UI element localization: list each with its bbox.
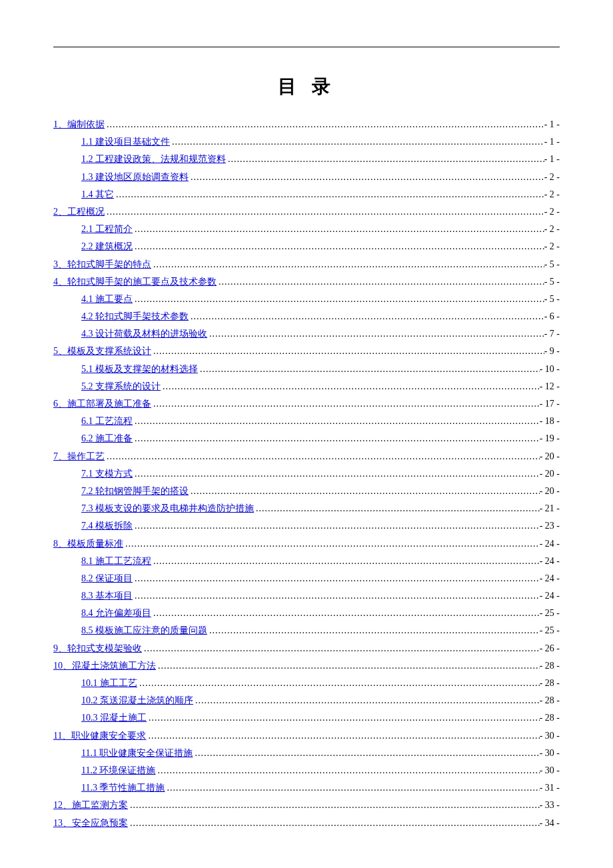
toc-entry: 1、编制依据- 1 - (53, 116, 560, 133)
toc-entry: 6.2 施工准备- 19 - (53, 430, 560, 447)
toc-entry: 5、模板及支撑系统设计- 9 - (53, 343, 560, 359)
toc-leader-dots (165, 779, 539, 796)
toc-leader-dots (207, 325, 544, 342)
toc-link[interactable]: 8.1 施工工艺流程 (81, 553, 151, 569)
toc-link[interactable]: 7.1 支模方式 (81, 465, 133, 482)
toc-link[interactable]: 12、施工监测方案 (53, 797, 128, 813)
toc-page-number: - 18 - (540, 413, 560, 429)
toc-page-number: - 33 - (540, 797, 560, 813)
toc-link[interactable]: 7.4 模板拆除 (81, 517, 133, 534)
toc-entry: 8.4 允许偏差项目- 25 - (53, 605, 560, 621)
toc-link[interactable]: 10.2 泵送混凝土浇筑的顺序 (81, 692, 193, 709)
toc-page-number: - 7 - (544, 325, 560, 342)
toc-link[interactable]: 1.1 建设项目基础文件 (81, 133, 170, 150)
toc-link[interactable]: 5.2 支撑系统的设计 (81, 378, 161, 395)
toc-link[interactable]: 1.3 建设地区原始调查资料 (81, 169, 189, 185)
toc-entry: 4、轮扣式脚手架的施工要点及技术参数- 5 - (53, 273, 560, 290)
toc-entry: 4.2 轮扣式脚手架技术参数- 6 - (53, 308, 560, 325)
toc-entry: 8.3 基本项目- 24 - (53, 587, 560, 604)
toc-page-number: - 19 - (540, 430, 560, 447)
toc-leader-dots (151, 395, 540, 412)
toc-link[interactable]: 5.1 模板及支撑架的材料选择 (81, 361, 198, 377)
toc-entry: 8.1 施工工艺流程- 24 - (53, 553, 560, 569)
toc-entry: 10.2 泵送混凝土浇筑的顺序- 28 - (53, 692, 560, 709)
toc-page-number: - 5 - (544, 291, 560, 307)
toc-leader-dots (114, 186, 544, 203)
toc-link[interactable]: 11.1 职业健康安全保证措施 (81, 745, 193, 761)
toc-entry: 8、模板质量标准- 24 - (53, 535, 560, 552)
toc-page-number: - 24 - (540, 570, 560, 587)
toc-link[interactable]: 6、施工部署及施工准备 (53, 395, 151, 412)
toc-page-number: - 30 - (540, 727, 560, 744)
toc-page-number: - 25 - (540, 605, 560, 621)
toc-page-number: - 24 - (540, 535, 560, 552)
toc-entry: 2.2 建筑概况- 2 - (53, 238, 560, 255)
toc-link[interactable]: 7、操作工艺 (53, 448, 105, 465)
toc-entry: 2.1 工程简介- 2 - (53, 221, 560, 237)
toc-link[interactable]: 10、混凝土浇筑施工方法 (53, 657, 156, 674)
toc-page-number: - 2 - (544, 238, 560, 255)
toc-entry: 12、施工监测方案- 33 - (53, 797, 560, 813)
toc-entry: 1.1 建设项目基础文件- 1 - (53, 133, 560, 150)
toc-leader-dots (147, 709, 540, 726)
toc-link[interactable]: 4.3 设计荷载及材料的进场验收 (81, 325, 207, 342)
toc-leader-dots (207, 622, 540, 639)
toc-page-number: - 20 - (540, 465, 560, 482)
toc-page-number: - 17 - (540, 395, 560, 412)
toc-link[interactable]: 8.2 保证项目 (81, 570, 133, 587)
toc-link[interactable]: 4.2 轮扣式脚手架技术参数 (81, 308, 189, 325)
toc-link[interactable]: 6.1 工艺流程 (81, 413, 133, 429)
toc-link[interactable]: 7.2 轮扣钢管脚手架的搭设 (81, 483, 189, 499)
toc-leader-dots (217, 273, 544, 290)
toc-link[interactable]: 11.2 环境保证措施 (81, 762, 155, 779)
toc-leader-dots (193, 692, 540, 709)
toc-leader-dots (170, 133, 544, 150)
toc-link[interactable]: 13、安全应急预案 (53, 815, 128, 831)
toc-link[interactable]: 8、模板质量标准 (53, 535, 123, 552)
toc-link[interactable]: 8.5 模板施工应注意的质量问题 (81, 622, 207, 639)
page-title: 目 录 (53, 74, 560, 99)
toc-page-number: - 2 - (544, 186, 560, 203)
toc-leader-dots (133, 430, 540, 447)
toc-page-number: - 28 - (540, 657, 560, 674)
toc-page-number: - 26 - (540, 640, 560, 657)
toc-leader-dots (137, 675, 540, 691)
toc-link[interactable]: 9、轮扣式支模架验收 (53, 640, 142, 657)
toc-link[interactable]: 6.2 施工准备 (81, 430, 133, 447)
toc-link[interactable]: 2.2 建筑概况 (81, 238, 133, 255)
toc-link[interactable]: 1.4 其它 (81, 186, 114, 203)
toc-link[interactable]: 2、工程概况 (53, 203, 105, 220)
toc-leader-dots (133, 221, 544, 237)
toc-entry: 3、轮扣式脚手架的特点- 5 - (53, 256, 560, 273)
table-of-contents: 1、编制依据- 1 -1.1 建设项目基础文件- 1 -1.2 工程建设政策、法… (53, 116, 560, 831)
toc-link[interactable]: 8.4 允许偏差项目 (81, 605, 151, 621)
toc-link[interactable]: 8.3 基本项目 (81, 587, 133, 604)
toc-link[interactable]: 10.1 施工工艺 (81, 675, 137, 691)
toc-link[interactable]: 3、轮扣式脚手架的特点 (53, 256, 151, 273)
toc-leader-dots (151, 343, 544, 359)
footer-mark: .. (53, 865, 560, 868)
toc-leader-dots (105, 448, 540, 465)
toc-leader-dots (105, 116, 544, 133)
toc-entry: 9、轮扣式支模架验收- 26 - (53, 640, 560, 657)
toc-link[interactable]: 11.3 季节性施工措施 (81, 779, 165, 796)
toc-link[interactable]: 4.1 施工要点 (81, 291, 133, 307)
toc-page-number: - 25 - (540, 622, 560, 639)
toc-link[interactable]: 1、编制依据 (53, 116, 105, 133)
toc-link[interactable]: 5、模板及支撑系统设计 (53, 343, 151, 359)
toc-page-number: - 31 - (540, 779, 560, 796)
toc-link[interactable]: 4、轮扣式脚手架的施工要点及技术参数 (53, 273, 217, 290)
toc-leader-dots (151, 256, 544, 273)
toc-page-number: - 20 - (540, 483, 560, 499)
toc-entry: 7、操作工艺- 20 - (53, 448, 560, 465)
toc-entry: 4.3 设计荷载及材料的进场验收- 7 - (53, 325, 560, 342)
toc-link[interactable]: 11、职业健康安全要求 (53, 727, 146, 744)
toc-leader-dots (133, 413, 540, 429)
toc-link[interactable]: 7.3 模板支设的要求及电梯井构造防护措施 (81, 500, 254, 517)
toc-link[interactable]: 10.3 混凝土施工 (81, 709, 147, 726)
toc-page-number: - 5 - (544, 273, 560, 290)
toc-leader-dots (151, 553, 540, 569)
toc-leader-dots (128, 797, 540, 813)
toc-link[interactable]: 2.1 工程简介 (81, 221, 133, 237)
toc-link[interactable]: 1.2 工程建设政策、法规和规范资料 (81, 151, 226, 167)
